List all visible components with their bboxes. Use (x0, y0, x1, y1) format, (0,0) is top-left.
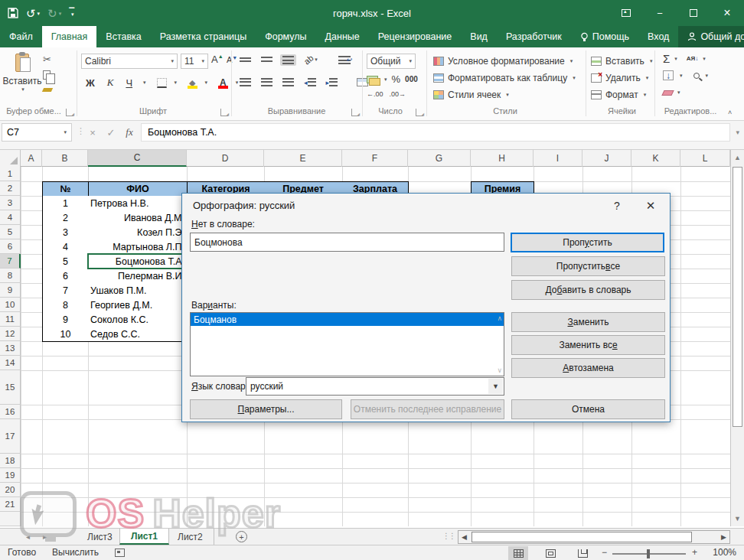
ignore-once-button[interactable]: Пропустить (511, 233, 664, 252)
increase-decimal-button[interactable]: ←.00 (367, 90, 383, 98)
ribbon-tab-вставка[interactable]: Вставка (96, 26, 150, 47)
list-scroll-up-icon[interactable]: ∧ (497, 314, 502, 322)
row-header-16[interactable]: 16 (0, 405, 21, 419)
scroll-down-icon[interactable]: ▼ (731, 511, 744, 526)
increase-font-button[interactable]: А▲ (211, 54, 224, 65)
table-cell-number[interactable]: 5 (42, 254, 89, 269)
sort-filter-button[interactable]: АЯ↓ (687, 56, 699, 62)
align-left-button[interactable] (237, 77, 253, 88)
decrease-indent-button[interactable]: ◂ (302, 77, 318, 88)
alignment-dialog-launcher[interactable] (351, 109, 359, 116)
ribbon-tab-разметка-страницы[interactable]: Разметка страницы (151, 26, 256, 47)
name-box-dropdown-icon[interactable]: ▾ (64, 129, 67, 135)
font-family-select[interactable]: Calibri▾ (81, 54, 178, 69)
language-dropdown-icon[interactable]: ▼ (488, 379, 503, 394)
column-header-C[interactable]: C (88, 150, 187, 167)
sheet-tab-лист1[interactable]: Лист1 (119, 529, 169, 545)
formula-bar-expand-icon[interactable]: ▾ (736, 129, 739, 136)
row-header-3[interactable]: 3 (0, 196, 21, 210)
comma-style-button[interactable]: 000 (405, 75, 418, 83)
row-header-12[interactable]: 12 (0, 327, 21, 341)
maximize-button[interactable] (677, 0, 710, 26)
scroll-right-icon[interactable]: ▶ (718, 531, 729, 543)
font-size-select[interactable]: 11▾ (181, 54, 208, 69)
sheet-tab-лист2[interactable]: Лист2 (167, 529, 214, 545)
name-box[interactable]: C7 ▾ (2, 123, 72, 142)
list-scroll-down-icon[interactable]: ∨ (497, 366, 502, 374)
zoom-slider-thumb[interactable] (647, 549, 650, 558)
new-sheet-button[interactable]: + (236, 531, 247, 542)
copy-button[interactable] (43, 70, 51, 80)
accounting-format-button[interactable] (367, 76, 378, 83)
table-cell-number[interactable]: 9 (42, 312, 89, 327)
column-header-G[interactable]: G (408, 150, 471, 167)
decrease-decimal-button[interactable]: .00→ (390, 90, 406, 98)
page-layout-view-button[interactable] (540, 546, 560, 560)
column-header-L[interactable]: L (680, 150, 730, 167)
format-painter-button[interactable] (42, 88, 53, 92)
ribbon-tab-вид[interactable]: Вид (461, 26, 497, 47)
fill-color-button[interactable]: ◆ (188, 77, 197, 88)
vertical-scrollbar[interactable]: ▲ ▼ (730, 150, 744, 526)
table-cell-number[interactable]: 8 (42, 298, 89, 313)
column-header-B[interactable]: B (42, 150, 88, 167)
table-cell-number[interactable]: 2 (42, 210, 89, 226)
ribbon-tab-разработчик[interactable]: Разработчик (497, 26, 571, 47)
align-top-button[interactable] (237, 56, 253, 64)
macro-record-icon[interactable] (115, 549, 125, 557)
page-break-view-button[interactable] (573, 546, 592, 560)
orientation-button[interactable]: ab▾ (302, 54, 320, 66)
row-header-5[interactable]: 5 (0, 225, 21, 239)
table-cell-name[interactable]: Соколов К.С. (88, 312, 188, 327)
align-center-button[interactable] (259, 77, 275, 88)
tab-split-handle[interactable]: ⋮⋮ (442, 532, 455, 540)
decrease-font-button[interactable]: А▼ (227, 55, 237, 64)
change-all-button[interactable]: Заменить все (511, 335, 665, 355)
find-select-button[interactable] (693, 73, 700, 79)
row-header-1[interactable]: 1 (0, 167, 21, 181)
row-header-2[interactable]: 2 (0, 181, 21, 196)
scroll-up-icon[interactable]: ▲ (731, 150, 744, 165)
column-header-A[interactable]: A (21, 150, 42, 167)
horizontal-scroll-thumb[interactable] (472, 532, 692, 542)
format-cells-button[interactable]: Формат▾ (591, 88, 646, 102)
table-cell-number[interactable]: 4 (42, 239, 89, 255)
minimize-button[interactable]: − (643, 0, 677, 26)
ribbon-display-options-button[interactable] (609, 0, 643, 26)
select-all-corner[interactable] (0, 150, 21, 167)
align-bottom-button[interactable] (280, 54, 296, 66)
table-cell-name[interactable]: Иванова Д.М. (88, 210, 188, 226)
cancel-entry-button[interactable]: × (84, 123, 101, 142)
zoom-in-button[interactable]: + (692, 547, 697, 558)
column-header-H[interactable]: H (471, 150, 534, 167)
format-as-table-button[interactable]: Форматировать как таблицу▾ (433, 71, 576, 85)
column-header-K[interactable]: K (631, 150, 680, 167)
dialog-help-button[interactable]: ? (604, 197, 630, 215)
collapse-ribbon-button[interactable]: ˄ (728, 109, 732, 116)
number-format-select[interactable]: Общий▾ (367, 54, 416, 69)
formula-input[interactable]: Боцмонова Т.А. (141, 123, 730, 142)
align-right-button[interactable] (280, 77, 296, 88)
cut-button[interactable]: ✂ (43, 54, 52, 65)
row-header-15[interactable]: 15 (0, 370, 21, 405)
insert-cells-button[interactable]: Вставить▾ (591, 54, 652, 68)
row-header-10[interactable]: 10 (0, 298, 21, 312)
sheet-tab-лист3[interactable]: Лист3 (77, 529, 124, 545)
table-cell-name[interactable]: Ушаков П.М. (88, 283, 188, 298)
wrap-text-button[interactable]: ↩ (336, 54, 355, 66)
ribbon-tab-общий-доступ[interactable]: Общий доступ (678, 26, 744, 47)
column-header-J[interactable]: J (582, 150, 631, 167)
ribbon-tab-вход[interactable]: Вход (638, 26, 678, 47)
scroll-left-icon[interactable]: ◀ (458, 531, 470, 543)
row-header-7[interactable]: 7 (0, 254, 21, 269)
ribbon-tab-файл[interactable]: Файл (0, 26, 42, 47)
column-header-D[interactable]: D (187, 150, 264, 167)
row-header-9[interactable]: 9 (0, 283, 21, 298)
italic-button[interactable]: К (104, 77, 117, 89)
dialog-close-button[interactable]: ✕ (638, 197, 664, 215)
table-cell-name[interactable]: Петрова Н.В. (88, 196, 188, 211)
row-header-21[interactable]: 21 (0, 497, 21, 512)
vertical-scroll-thumb[interactable] (733, 167, 742, 427)
percent-style-button[interactable]: % (392, 73, 401, 85)
cell-styles-button[interactable]: Стили ячеек▾ (433, 88, 509, 102)
